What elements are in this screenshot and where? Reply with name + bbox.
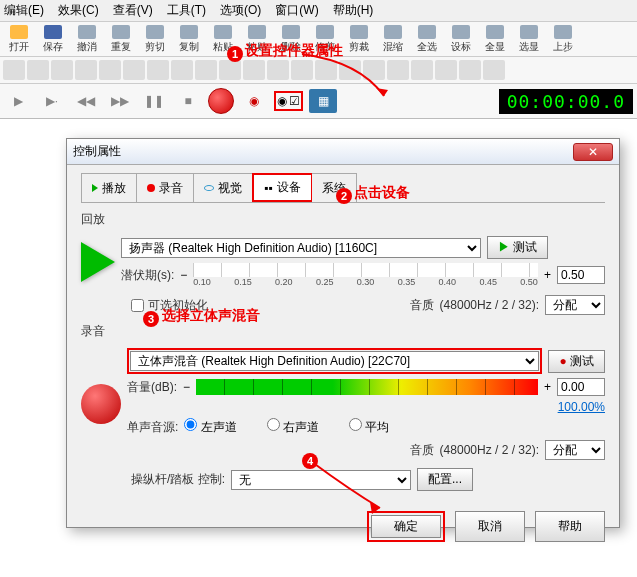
- prevstep-button[interactable]: 上步: [546, 24, 580, 54]
- dialog-title: 控制属性: [73, 143, 573, 160]
- save-button[interactable]: 保存: [36, 24, 70, 54]
- latency-label: 潜伏期(s):: [121, 267, 174, 284]
- record-quality-label: 音质: [410, 442, 434, 459]
- device-icon: ▪▪: [264, 181, 273, 195]
- playback-section-label: 回放: [81, 211, 605, 228]
- plus-icon[interactable]: +: [544, 380, 551, 394]
- close-button[interactable]: ✕: [573, 143, 613, 161]
- tool-icon[interactable]: [219, 60, 241, 80]
- record-test-button[interactable]: ● 测试: [548, 350, 605, 373]
- volume-label: 音量(dB):: [127, 379, 177, 396]
- record-button[interactable]: [208, 88, 234, 114]
- play-sel-icon[interactable]: ▶·: [38, 89, 66, 113]
- selectall-button[interactable]: 全选: [410, 24, 444, 54]
- tool-icon[interactable]: [123, 60, 145, 80]
- right-channel-radio[interactable]: 右声道: [267, 418, 319, 436]
- record-device-select[interactable]: 立体声混音 (Realtek High Definition Audio) [2…: [130, 351, 539, 371]
- volume-percent-link[interactable]: 100.00%: [558, 400, 605, 414]
- optional-init-checkbox[interactable]: [131, 299, 144, 312]
- menu-help[interactable]: 帮助(H): [333, 2, 374, 19]
- showall-button[interactable]: 全显: [478, 24, 512, 54]
- volume-meter[interactable]: [196, 379, 538, 395]
- crop-button[interactable]: 剪裁: [342, 24, 376, 54]
- record-quality-value: (48000Hz / 2 / 32):: [440, 443, 539, 457]
- joystick-label: 操纵杆/踏板 控制:: [131, 471, 225, 488]
- playback-device-select[interactable]: 扬声器 (Realtek High Definition Audio) [116…: [121, 238, 481, 258]
- record-dot-icon: [147, 184, 155, 192]
- minus-icon[interactable]: −: [183, 380, 190, 394]
- open-button[interactable]: 打开: [2, 24, 36, 54]
- play-icon: [92, 184, 98, 192]
- dialog-titlebar[interactable]: 控制属性 ✕: [67, 139, 619, 165]
- radio-icon: ◉: [277, 94, 287, 108]
- playback-quality-value: (48000Hz / 2 / 32):: [440, 298, 539, 312]
- cut-button[interactable]: 剪切: [138, 24, 172, 54]
- play-triangle-icon: [81, 242, 115, 282]
- tool-icon[interactable]: [147, 60, 169, 80]
- tool-icon[interactable]: [75, 60, 97, 80]
- mono-source-label: 单声音源:: [127, 419, 178, 436]
- callout-2: 2: [336, 188, 352, 204]
- stop-icon[interactable]: ■: [174, 89, 202, 113]
- menu-bar: 编辑(E) 效果(C) 查看(V) 工具(T) 选项(O) 窗口(W) 帮助(H…: [0, 0, 637, 22]
- timecode-display: 00:00:00.0: [499, 89, 633, 114]
- check-icon: ☑: [289, 94, 300, 108]
- tab-device[interactable]: ▪▪设备: [252, 173, 313, 202]
- tool-icon[interactable]: [243, 60, 265, 80]
- tool-icon[interactable]: [3, 60, 25, 80]
- copy-button[interactable]: 复制: [172, 24, 206, 54]
- playback-alloc-select[interactable]: 分配: [545, 295, 605, 315]
- tool-icon[interactable]: [411, 60, 433, 80]
- plus-icon[interactable]: +: [544, 268, 551, 282]
- left-channel-radio[interactable]: 左声道: [184, 418, 236, 436]
- cancel-button[interactable]: 取消: [455, 511, 525, 542]
- record-sphere-icon: [81, 384, 121, 424]
- tool-icon[interactable]: [51, 60, 73, 80]
- record-section-label: 录音: [81, 323, 605, 340]
- undo-button[interactable]: 撤消: [70, 24, 104, 54]
- latency-input[interactable]: [557, 266, 605, 284]
- mix-button[interactable]: 混缩: [376, 24, 410, 54]
- menu-view[interactable]: 查看(V): [113, 2, 153, 19]
- menu-window[interactable]: 窗口(W): [275, 2, 318, 19]
- callout-3-text: 选择立体声混音: [162, 307, 260, 325]
- latency-slider[interactable]: [193, 263, 538, 277]
- tab-visual[interactable]: 视觉: [193, 173, 253, 202]
- tool-icon[interactable]: [267, 60, 289, 80]
- tool-icon[interactable]: [435, 60, 457, 80]
- callout-1-text: 设置控件器属性: [245, 42, 343, 60]
- tool-icon[interactable]: [171, 60, 193, 80]
- joystick-config-button[interactable]: 配置...: [417, 468, 473, 491]
- rewind-icon[interactable]: ◀◀: [72, 89, 100, 113]
- volume-input[interactable]: [557, 378, 605, 396]
- menu-tools[interactable]: 工具(T): [167, 2, 206, 19]
- help-button[interactable]: 帮助: [535, 511, 605, 542]
- play-icon[interactable]: ▶: [4, 89, 32, 113]
- callout-4: 4: [302, 453, 318, 469]
- menu-effect[interactable]: 效果(C): [58, 2, 99, 19]
- forward-icon[interactable]: ▶▶: [106, 89, 134, 113]
- control-properties-button[interactable]: ◉ ☑: [274, 91, 303, 111]
- showsel-button[interactable]: 选显: [512, 24, 546, 54]
- menu-edit[interactable]: 编辑(E): [4, 2, 44, 19]
- tool-icon[interactable]: [195, 60, 217, 80]
- tab-record[interactable]: 录音: [136, 173, 194, 202]
- minus-icon[interactable]: −: [180, 268, 187, 282]
- avg-channel-radio[interactable]: 平均: [349, 418, 389, 436]
- tool-icon[interactable]: [483, 60, 505, 80]
- marker-button[interactable]: 设标: [444, 24, 478, 54]
- playback-quality-label: 音质: [410, 297, 434, 314]
- playback-test-button[interactable]: ▶ 测试: [487, 236, 548, 259]
- callout-3: 3: [143, 311, 159, 327]
- redo-button[interactable]: 重复: [104, 24, 138, 54]
- tool-icon[interactable]: [459, 60, 481, 80]
- callout-1: 1: [227, 46, 243, 62]
- tool-icon[interactable]: [99, 60, 121, 80]
- record-alt-icon[interactable]: ◉: [240, 89, 268, 113]
- record-alloc-select[interactable]: 分配: [545, 440, 605, 460]
- tab-play[interactable]: 播放: [81, 173, 137, 202]
- eye-icon: [204, 185, 214, 191]
- menu-options[interactable]: 选项(O): [220, 2, 261, 19]
- pause-icon[interactable]: ❚❚: [140, 89, 168, 113]
- tool-icon[interactable]: [27, 60, 49, 80]
